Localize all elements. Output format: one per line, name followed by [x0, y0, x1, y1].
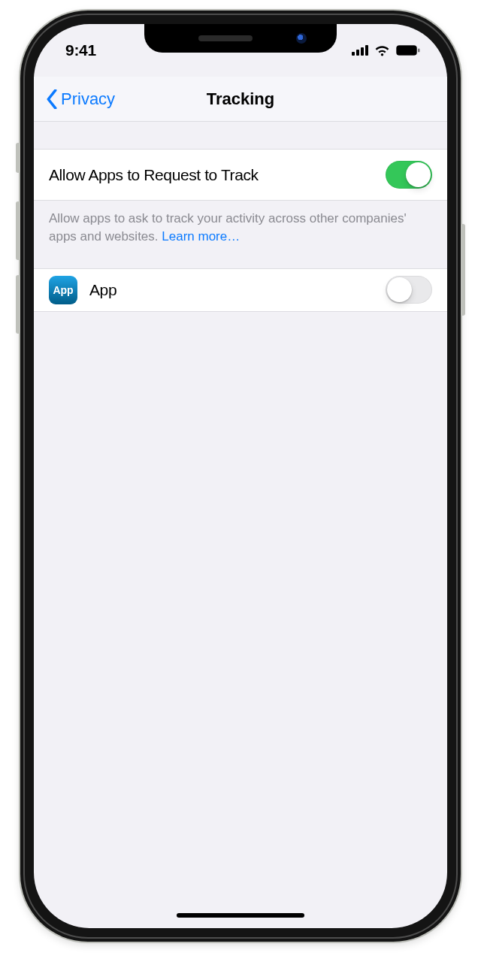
app-icon-text: App	[53, 284, 73, 296]
volume-down-button	[16, 275, 20, 334]
app-tracking-toggle[interactable]	[386, 276, 432, 304]
svg-rect-0	[352, 52, 355, 56]
allow-apps-to-track-label: Allow Apps to Request to Track	[49, 166, 259, 184]
chevron-left-icon	[46, 89, 58, 109]
home-indicator[interactable]	[177, 913, 304, 918]
nav-bar: Privacy Tracking	[34, 77, 447, 122]
screen: 9:41	[34, 24, 447, 928]
status-time: 9:41	[65, 41, 96, 59]
content-area: Allow Apps to Request to Track Allow app…	[34, 122, 447, 312]
allow-apps-footer: Allow apps to ask to track your activity…	[34, 201, 447, 268]
status-bar: 9:41	[34, 24, 447, 77]
svg-rect-3	[365, 45, 368, 56]
app-permission-row: App App	[34, 268, 447, 312]
allow-apps-to-track-toggle[interactable]	[386, 161, 432, 189]
svg-rect-2	[361, 47, 364, 56]
app-icon: App	[49, 276, 77, 304]
power-button	[461, 224, 465, 316]
svg-rect-6	[418, 49, 420, 53]
svg-rect-5	[398, 47, 416, 54]
back-button[interactable]: Privacy	[46, 89, 115, 109]
cellular-icon	[352, 45, 368, 56]
toggle-knob	[406, 162, 431, 187]
learn-more-link[interactable]: Learn more…	[162, 229, 240, 243]
page-title: Tracking	[207, 89, 274, 109]
toggle-knob	[387, 277, 412, 302]
device-frame: 9:41	[20, 11, 461, 942]
volume-up-button	[16, 201, 20, 260]
back-label: Privacy	[61, 89, 115, 109]
svg-rect-1	[356, 50, 359, 56]
wifi-icon	[374, 45, 390, 56]
mute-switch	[16, 143, 20, 173]
status-icons	[352, 45, 420, 56]
battery-icon	[396, 45, 420, 56]
allow-apps-to-track-row: Allow Apps to Request to Track	[34, 149, 447, 201]
app-label: App	[89, 281, 374, 299]
